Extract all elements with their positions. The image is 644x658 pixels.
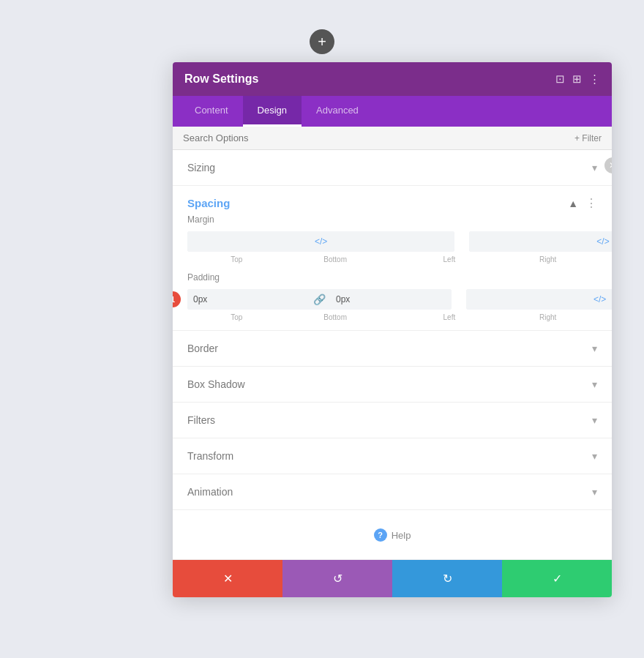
padding-right-label: Right (498, 313, 597, 321)
animation-title: Animation (187, 486, 233, 498)
margin-left-input[interactable] (469, 231, 591, 252)
help-area: ? Help (173, 510, 612, 559)
filters-header[interactable]: Filters ▾ (173, 403, 612, 438)
margin-right-label: Right (498, 255, 597, 263)
margin-top-label: Top (187, 255, 286, 263)
box-shadow-title: Box Shadow (187, 378, 245, 390)
margin-left-label: Left (400, 255, 499, 263)
padding-lr-link-icon[interactable]: </> (588, 289, 612, 310)
padding-left-right-labels: Left Right (400, 313, 598, 321)
padding-row-wrapper: 1 🔗 </> (173, 288, 612, 310)
transform-title: Transform (187, 450, 233, 462)
border-chevron: ▾ (592, 343, 597, 354)
animation-header[interactable]: Animation ▾ (173, 474, 612, 509)
tab-advanced[interactable]: Advanced (302, 96, 373, 127)
modal-footer: ✕ ↺ ↻ ✓ (173, 559, 612, 597)
padding-top-input[interactable] (187, 289, 309, 310)
margin-left-right-labels: Left Right (400, 255, 598, 263)
columns-icon[interactable]: ⊞ (572, 72, 582, 86)
spacing-title[interactable]: Spacing (187, 197, 230, 209)
margin-bottom-label: Bottom (286, 255, 385, 263)
padding-tb-group: 🔗 (187, 289, 452, 310)
padding-input-row: 🔗 </> (187, 288, 597, 310)
tab-design[interactable]: Design (243, 96, 302, 127)
section-border: Border ▾ (173, 331, 612, 367)
help-icon: ? (374, 528, 387, 542)
margin-lr-link-icon[interactable]: </> (591, 231, 612, 252)
section-transform: Transform ▾ (173, 438, 612, 474)
margin-labels-row: Top Bottom Left Right (187, 255, 597, 263)
padding-labels-row: Top Bottom Left Right (187, 313, 597, 321)
section-box-shadow: Box Shadow ▾ (173, 367, 612, 403)
padding-bottom-label: Bottom (286, 313, 385, 321)
box-shadow-chevron: ▾ (592, 378, 597, 390)
spacing-header: Spacing ▲ ⋮ (173, 186, 612, 214)
spacing-chevron[interactable]: ▲ (568, 198, 578, 209)
padding-bottom-input[interactable] (330, 289, 452, 310)
reset-button[interactable]: ↺ (282, 560, 392, 597)
search-bar: + Filter (173, 127, 612, 150)
padding-top-bottom-labels: Top Bottom (187, 313, 385, 321)
filters-title: Filters (187, 414, 215, 426)
tabs-bar: Content Design Advanced (173, 96, 612, 127)
margin-link-icon[interactable]: </> (309, 231, 333, 252)
modal-header: Row Settings ⊡ ⊞ ⋮ (173, 62, 612, 96)
section-spacing: Spacing ▲ ⋮ Margin </> (173, 186, 612, 331)
modal-title: Row Settings (184, 72, 258, 86)
filters-chevron: ▾ (592, 414, 597, 426)
filter-label: + Filter (574, 133, 602, 143)
sizing-header[interactable]: Sizing ▾ (173, 150, 612, 185)
section-animation: Animation ▾ (173, 474, 612, 510)
padding-left-right: </> (466, 289, 612, 310)
section-sizing: Sizing ▾ (173, 150, 612, 186)
margin-top-bottom-labels: Top Bottom (187, 255, 385, 263)
section-filters: Filters ▾ (173, 403, 612, 438)
padding-lr-group: </> (466, 289, 612, 310)
sizing-chevron: ▾ (592, 162, 597, 173)
padding-top-label: Top (187, 313, 286, 321)
more-options-icon[interactable]: ⋮ (589, 72, 600, 86)
transform-chevron: ▾ (592, 450, 597, 462)
help-label: Help (392, 530, 411, 541)
margin-left-right: </> (469, 231, 612, 252)
row-settings-modal: Row Settings ⊡ ⊞ ⋮ Content Design Advanc… (173, 62, 612, 597)
sizing-title: Sizing (187, 162, 215, 173)
header-icons: ⊡ ⊞ ⋮ (555, 72, 600, 86)
margin-top-input[interactable] (187, 231, 309, 252)
border-header[interactable]: Border ▾ (173, 331, 612, 366)
filter-button[interactable]: + Filter (574, 133, 602, 143)
margin-top-bottom: </> (187, 231, 454, 252)
border-title: Border (187, 343, 218, 354)
padding-top-bottom: 🔗 (187, 289, 452, 310)
margin-top-group: </> (187, 231, 454, 252)
margin-label: Margin (173, 214, 612, 225)
step-badge-1: 1 (173, 291, 181, 307)
tab-content[interactable]: Content (180, 96, 243, 127)
margin-bottom-input[interactable] (333, 231, 454, 252)
padding-left-input[interactable] (466, 289, 588, 310)
box-shadow-header[interactable]: Box Shadow ▾ (173, 367, 612, 402)
padding-link-icon[interactable]: 🔗 (309, 289, 330, 310)
cancel-button[interactable]: ✕ (173, 560, 282, 597)
redo-button[interactable]: ↻ (392, 560, 502, 597)
transform-header[interactable]: Transform ▾ (173, 438, 612, 474)
modal-content: Sizing ▾ Spacing ▲ ⋮ Margin (173, 150, 612, 559)
spacing-more-icon[interactable]: ⋮ (585, 196, 597, 210)
search-input[interactable] (183, 132, 574, 143)
margin-lr-group: </> (469, 231, 612, 252)
save-button[interactable]: ✓ (502, 560, 612, 597)
padding-label: Padding (173, 272, 612, 283)
margin-input-row: </> </> (187, 231, 597, 253)
fullscreen-icon[interactable]: ⊡ (555, 72, 565, 86)
animation-chevron: ▾ (592, 486, 597, 498)
add-button[interactable]: + (310, 29, 334, 54)
help-link[interactable]: ? Help (374, 528, 411, 542)
padding-left-label: Left (400, 313, 499, 321)
